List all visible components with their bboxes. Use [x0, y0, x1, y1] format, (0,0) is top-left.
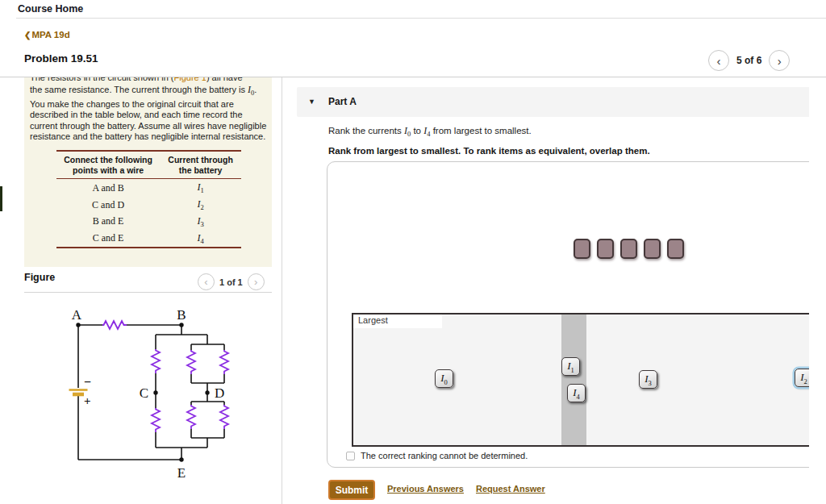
back-link-label: MPA 19d — [31, 30, 69, 40]
cannot-determine-row: The correct ranking cannot be determined… — [346, 451, 528, 460]
course-home-title[interactable]: Course Home — [18, 3, 83, 15]
table-header-points: Connect the following points with a wire — [56, 151, 160, 179]
left-edge-marker — [0, 186, 2, 211]
answer-box: Largest I0 I1 I4 I3 I2 The correct ranki… — [327, 161, 809, 468]
largest-label: Largest — [353, 314, 442, 328]
problem-text-1: the same resistance. The current through… — [30, 85, 248, 94]
figure-link[interactable]: Figure 1 — [174, 77, 206, 82]
table-row: C and D I2 — [56, 196, 241, 213]
rank-chip-i4[interactable]: I4 — [567, 384, 586, 402]
table-row: B and E I3 — [56, 213, 241, 230]
node-label-d: D — [215, 385, 224, 401]
back-link[interactable]: ❮MPA 19d — [24, 30, 70, 40]
circuit-figure: A B C D E − + — [48, 300, 274, 504]
rank-chip-i2[interactable]: I2 — [795, 369, 809, 387]
request-answer-link[interactable]: Request Answer — [476, 484, 545, 494]
header-divider — [16, 18, 826, 19]
collapse-caret-icon[interactable]: ▼ — [308, 98, 315, 106]
intro-post: ) all have — [206, 77, 243, 82]
item-slot[interactable] — [597, 239, 614, 259]
item-slot-tray — [574, 239, 684, 259]
next-problem-button[interactable]: › — [769, 50, 790, 71]
problem-pagination-label: 5 of 6 — [736, 55, 761, 66]
previous-answers-link[interactable]: Previous Answers — [387, 484, 464, 494]
node-label-c: C — [140, 385, 148, 401]
item-slot[interactable] — [644, 239, 661, 259]
resistor-icons — [102, 321, 228, 432]
rank-chip-i1[interactable]: I1 — [561, 357, 580, 376]
clipped-intro-line: The resistors in the circuit shown in (F… — [24, 77, 272, 84]
item-slot[interactable] — [667, 239, 684, 259]
figure-pagination-label: 1 of 1 — [219, 277, 243, 287]
problem-text: the same resistance. The current through… — [24, 84, 272, 142]
cannot-determine-checkbox[interactable] — [346, 452, 355, 460]
ranking-instruction: Rank from largest to smallest. To rank i… — [328, 146, 650, 156]
part-a-panel: ▼ Part A Rank the currents I0 to I4 from… — [290, 77, 809, 504]
node-label-b: B — [177, 307, 186, 323]
figure-prev-button[interactable]: ‹ — [198, 273, 215, 290]
item-slot[interactable] — [574, 239, 590, 259]
math-i0: I0 — [404, 125, 411, 136]
figure-divider — [24, 292, 272, 293]
part-a-title: Part A — [328, 96, 357, 107]
submit-button[interactable]: Submit — [328, 480, 375, 500]
answer-links: Previous Answers Request Answer — [387, 484, 545, 494]
item-slot[interactable] — [620, 239, 637, 259]
battery-minus-label: − — [84, 375, 91, 389]
node-label-a: A — [72, 307, 82, 323]
equivalence-column — [561, 314, 586, 445]
connections-table: Connect the following points with a wire… — [56, 150, 241, 248]
prev-problem-button[interactable]: ‹ — [708, 50, 729, 71]
circuit-wires — [78, 325, 224, 460]
table-row: C and E I4 — [56, 230, 241, 248]
panel-divider — [282, 77, 282, 504]
problem-statement-panel: The resistors in the circuit shown in (F… — [24, 77, 272, 267]
table-header-current: Current through the battery — [160, 151, 241, 179]
table-row: A and B I1 — [56, 179, 241, 196]
back-chevron-icon: ❮ — [24, 31, 31, 40]
intro-pre: The resistors in the circuit shown in ( — [30, 77, 174, 82]
rank-chip-i3[interactable]: I3 — [639, 370, 657, 389]
node-label-e: E — [177, 465, 186, 481]
ranking-strip[interactable]: Largest I0 I1 I4 I3 I2 — [352, 313, 809, 447]
part-a-header[interactable]: ▼ Part A — [297, 87, 809, 117]
figure-title: Figure — [24, 272, 55, 283]
battery-plus-label: + — [84, 394, 91, 407]
rank-chip-i0[interactable]: I0 — [435, 369, 453, 388]
figure-pagination: ‹ 1 of 1 › — [198, 273, 265, 290]
cannot-determine-label: The correct ranking cannot be determined… — [361, 451, 528, 460]
figure-next-button[interactable]: › — [248, 273, 265, 290]
problem-pagination: ‹ 5 of 6 › — [708, 50, 790, 71]
problem-title: Problem 19.51 — [24, 52, 98, 65]
page: Course Home ❮MPA 19d Problem 19.51 ‹ 5 o… — [0, 0, 826, 504]
ranking-prompt: Rank the currents I0 to I4 from largest … — [328, 125, 532, 138]
